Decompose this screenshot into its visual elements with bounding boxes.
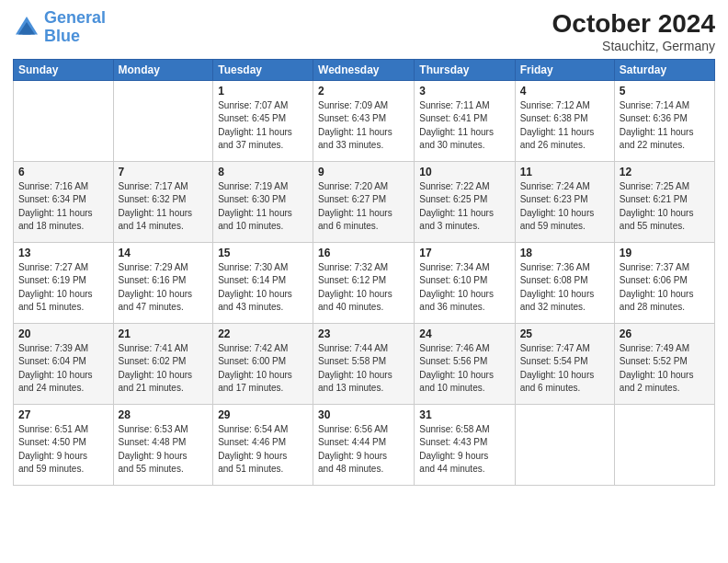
day-info: Sunrise: 7:19 AM Sunset: 6:30 PM Dayligh…	[218, 180, 308, 234]
day-number: 11	[520, 165, 609, 180]
day-number: 13	[18, 246, 108, 261]
day-number: 14	[119, 246, 209, 261]
day-cell: 13Sunrise: 7:27 AM Sunset: 6:19 PM Dayli…	[14, 243, 114, 324]
day-cell: 7Sunrise: 7:17 AM Sunset: 6:32 PM Daylig…	[113, 162, 213, 243]
day-info: Sunrise: 7:34 AM Sunset: 6:10 PM Dayligh…	[419, 261, 509, 315]
day-info: Sunrise: 7:39 AM Sunset: 6:04 PM Dayligh…	[18, 342, 108, 396]
day-info: Sunrise: 6:58 AM Sunset: 4:43 PM Dayligh…	[419, 423, 509, 477]
col-monday: Monday	[113, 60, 213, 81]
day-cell	[515, 405, 614, 486]
col-tuesday: Tuesday	[213, 60, 313, 81]
day-cell: 6Sunrise: 7:16 AM Sunset: 6:34 PM Daylig…	[14, 162, 114, 243]
day-cell	[614, 405, 714, 486]
col-wednesday: Wednesday	[313, 60, 415, 81]
header: General Blue October 2024 Stauchitz, Ger…	[13, 9, 715, 53]
day-cell: 20Sunrise: 7:39 AM Sunset: 6:04 PM Dayli…	[14, 324, 114, 405]
day-cell: 16Sunrise: 7:32 AM Sunset: 6:12 PM Dayli…	[313, 243, 415, 324]
day-cell: 10Sunrise: 7:22 AM Sunset: 6:25 PM Dayli…	[415, 162, 515, 243]
day-number: 31	[419, 408, 509, 423]
day-number: 15	[218, 246, 308, 261]
day-cell: 14Sunrise: 7:29 AM Sunset: 6:16 PM Dayli…	[113, 243, 213, 324]
day-cell: 9Sunrise: 7:20 AM Sunset: 6:27 PM Daylig…	[313, 162, 415, 243]
day-cell: 5Sunrise: 7:14 AM Sunset: 6:36 PM Daylig…	[614, 81, 714, 162]
day-info: Sunrise: 7:47 AM Sunset: 5:54 PM Dayligh…	[520, 342, 609, 396]
day-number: 9	[318, 165, 409, 180]
day-cell: 1Sunrise: 7:07 AM Sunset: 6:45 PM Daylig…	[213, 81, 313, 162]
day-info: Sunrise: 7:12 AM Sunset: 6:38 PM Dayligh…	[520, 99, 609, 153]
day-info: Sunrise: 7:11 AM Sunset: 6:41 PM Dayligh…	[419, 99, 509, 153]
day-info: Sunrise: 7:24 AM Sunset: 6:23 PM Dayligh…	[520, 180, 609, 234]
day-number: 1	[218, 84, 308, 99]
day-number: 12	[620, 165, 710, 180]
day-cell: 24Sunrise: 7:46 AM Sunset: 5:56 PM Dayli…	[415, 324, 515, 405]
logo-icon	[13, 14, 40, 41]
day-info: Sunrise: 7:29 AM Sunset: 6:16 PM Dayligh…	[119, 261, 209, 315]
day-info: Sunrise: 7:44 AM Sunset: 5:58 PM Dayligh…	[318, 342, 409, 396]
calendar-body: 1Sunrise: 7:07 AM Sunset: 6:45 PM Daylig…	[14, 81, 715, 486]
day-cell: 12Sunrise: 7:25 AM Sunset: 6:21 PM Dayli…	[614, 162, 714, 243]
header-row: Sunday Monday Tuesday Wednesday Thursday…	[14, 60, 715, 81]
col-sunday: Sunday	[14, 60, 114, 81]
day-cell: 21Sunrise: 7:41 AM Sunset: 6:02 PM Dayli…	[113, 324, 213, 405]
day-cell: 17Sunrise: 7:34 AM Sunset: 6:10 PM Dayli…	[415, 243, 515, 324]
day-number: 30	[318, 408, 409, 423]
day-cell: 18Sunrise: 7:36 AM Sunset: 6:08 PM Dayli…	[515, 243, 614, 324]
day-cell: 8Sunrise: 7:19 AM Sunset: 6:30 PM Daylig…	[213, 162, 313, 243]
day-number: 28	[119, 408, 209, 423]
col-saturday: Saturday	[614, 60, 714, 81]
location: Stauchitz, Germany	[552, 39, 715, 53]
day-cell: 22Sunrise: 7:42 AM Sunset: 6:00 PM Dayli…	[213, 324, 313, 405]
day-number: 23	[318, 327, 409, 342]
day-number: 18	[520, 246, 609, 261]
day-number: 22	[218, 327, 308, 342]
week-row-1: 6Sunrise: 7:16 AM Sunset: 6:34 PM Daylig…	[14, 162, 715, 243]
day-info: Sunrise: 6:56 AM Sunset: 4:44 PM Dayligh…	[318, 423, 409, 477]
day-cell	[14, 81, 114, 162]
day-cell: 4Sunrise: 7:12 AM Sunset: 6:38 PM Daylig…	[515, 81, 614, 162]
day-info: Sunrise: 7:49 AM Sunset: 5:52 PM Dayligh…	[620, 342, 710, 396]
week-row-3: 20Sunrise: 7:39 AM Sunset: 6:04 PM Dayli…	[14, 324, 715, 405]
day-number: 5	[620, 84, 710, 99]
logo-general: General	[44, 8, 106, 27]
day-cell: 11Sunrise: 7:24 AM Sunset: 6:23 PM Dayli…	[515, 162, 614, 243]
week-row-2: 13Sunrise: 7:27 AM Sunset: 6:19 PM Dayli…	[14, 243, 715, 324]
day-cell: 30Sunrise: 6:56 AM Sunset: 4:44 PM Dayli…	[313, 405, 415, 486]
day-info: Sunrise: 6:53 AM Sunset: 4:48 PM Dayligh…	[119, 423, 209, 477]
day-info: Sunrise: 7:16 AM Sunset: 6:34 PM Dayligh…	[18, 180, 108, 234]
day-info: Sunrise: 7:27 AM Sunset: 6:19 PM Dayligh…	[18, 261, 108, 315]
day-cell: 25Sunrise: 7:47 AM Sunset: 5:54 PM Dayli…	[515, 324, 614, 405]
day-info: Sunrise: 7:14 AM Sunset: 6:36 PM Dayligh…	[620, 99, 710, 153]
day-cell: 26Sunrise: 7:49 AM Sunset: 5:52 PM Dayli…	[614, 324, 714, 405]
day-cell: 31Sunrise: 6:58 AM Sunset: 4:43 PM Dayli…	[415, 405, 515, 486]
month-title: October 2024	[552, 9, 715, 39]
day-cell: 19Sunrise: 7:37 AM Sunset: 6:06 PM Dayli…	[614, 243, 714, 324]
day-number: 20	[18, 327, 108, 342]
day-info: Sunrise: 6:51 AM Sunset: 4:50 PM Dayligh…	[18, 423, 108, 477]
col-friday: Friday	[515, 60, 614, 81]
day-info: Sunrise: 7:07 AM Sunset: 6:45 PM Dayligh…	[218, 99, 308, 153]
calendar: Sunday Monday Tuesday Wednesday Thursday…	[13, 59, 715, 486]
day-info: Sunrise: 6:54 AM Sunset: 4:46 PM Dayligh…	[218, 423, 308, 477]
day-number: 21	[119, 327, 209, 342]
day-number: 4	[520, 84, 609, 99]
day-info: Sunrise: 7:41 AM Sunset: 6:02 PM Dayligh…	[119, 342, 209, 396]
day-number: 7	[119, 165, 209, 180]
day-cell: 23Sunrise: 7:44 AM Sunset: 5:58 PM Dayli…	[313, 324, 415, 405]
day-info: Sunrise: 7:37 AM Sunset: 6:06 PM Dayligh…	[620, 261, 710, 315]
day-number: 25	[520, 327, 609, 342]
day-cell: 28Sunrise: 6:53 AM Sunset: 4:48 PM Dayli…	[113, 405, 213, 486]
day-info: Sunrise: 7:22 AM Sunset: 6:25 PM Dayligh…	[419, 180, 509, 234]
day-cell: 27Sunrise: 6:51 AM Sunset: 4:50 PM Dayli…	[14, 405, 114, 486]
day-number: 27	[18, 408, 108, 423]
day-info: Sunrise: 7:32 AM Sunset: 6:12 PM Dayligh…	[318, 261, 409, 315]
day-number: 8	[218, 165, 308, 180]
day-info: Sunrise: 7:42 AM Sunset: 6:00 PM Dayligh…	[218, 342, 308, 396]
calendar-header: Sunday Monday Tuesday Wednesday Thursday…	[14, 60, 715, 81]
day-number: 6	[18, 165, 108, 180]
day-number: 16	[318, 246, 409, 261]
logo: General Blue	[13, 9, 106, 46]
day-number: 2	[318, 84, 409, 99]
day-cell: 29Sunrise: 6:54 AM Sunset: 4:46 PM Dayli…	[213, 405, 313, 486]
svg-rect-2	[23, 29, 31, 34]
logo-text: General Blue	[44, 9, 106, 46]
